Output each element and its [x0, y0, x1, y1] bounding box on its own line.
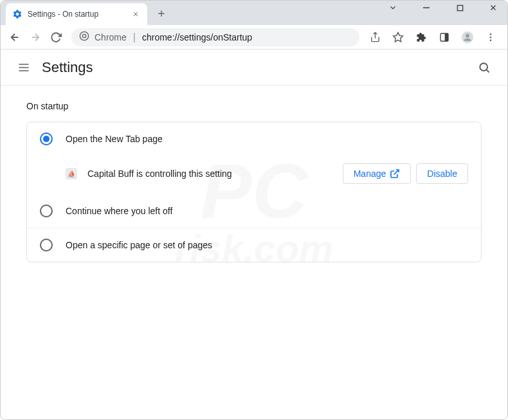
browser-tab[interactable]: Settings - On startup — [6, 3, 147, 25]
minimize-icon[interactable] — [417, 0, 435, 17]
svg-point-18 — [490, 33, 492, 35]
svg-point-11 — [82, 34, 86, 37]
settings-content: On startup Open the New Tab page ⛵ Capit… — [1, 86, 507, 278]
svg-rect-15 — [445, 33, 448, 41]
manage-button[interactable]: Manage — [343, 163, 412, 184]
sidepanel-icon[interactable] — [435, 28, 453, 46]
close-window-icon[interactable] — [484, 0, 502, 17]
profile-icon[interactable] — [458, 28, 476, 46]
maximize-icon[interactable] — [451, 0, 469, 17]
option-specific-pages[interactable]: Open a specific page or set of pages — [27, 228, 481, 262]
hamburger-menu-icon[interactable] — [11, 55, 37, 80]
tab-title: Settings - On startup — [28, 10, 131, 19]
option-continue[interactable]: Continue where you left off — [27, 194, 481, 228]
external-link-icon — [390, 169, 400, 179]
section-title: On startup — [26, 101, 482, 111]
back-button[interactable] — [6, 28, 24, 46]
kebab-menu-icon[interactable] — [482, 28, 500, 46]
close-tab-icon[interactable] — [131, 9, 141, 19]
browser-toolbar: Chrome | chrome://settings/onStartup — [1, 25, 507, 50]
svg-marker-13 — [394, 32, 403, 41]
share-icon[interactable] — [366, 28, 384, 46]
address-bar[interactable]: Chrome | chrome://settings/onStartup — [71, 28, 359, 46]
svg-rect-5 — [457, 5, 462, 10]
url-origin: Chrome — [95, 32, 127, 42]
settings-header: Settings — [1, 50, 507, 86]
svg-point-20 — [490, 39, 492, 41]
options-card: Open the New Tab page ⛵ Capital Buff is … — [26, 122, 482, 262]
url-path: chrome://settings/onStartup — [142, 32, 252, 42]
reload-button[interactable] — [47, 28, 65, 46]
radio-selected[interactable] — [40, 132, 53, 145]
radio-unselected[interactable] — [40, 205, 53, 217]
bookmark-icon[interactable] — [389, 28, 407, 46]
chevron-down-icon[interactable] — [384, 0, 402, 17]
search-icon[interactable] — [471, 55, 497, 80]
chrome-icon — [79, 31, 89, 44]
forward-button[interactable] — [26, 28, 44, 46]
new-tab-button[interactable] — [152, 5, 170, 23]
svg-line-26 — [394, 170, 399, 174]
option-new-tab[interactable]: Open the New Tab page — [27, 122, 481, 156]
page-title: Settings — [42, 59, 93, 76]
window-titlebar: Settings - On startup — [1, 1, 507, 25]
gear-icon — [12, 9, 23, 19]
disable-button[interactable]: Disable — [416, 163, 468, 184]
svg-point-24 — [480, 63, 487, 71]
extension-icon: ⛵ — [66, 168, 77, 179]
notice-text: Capital Buff is controlling this setting — [87, 169, 343, 179]
extension-notice: ⛵ Capital Buff is controlling this setti… — [27, 156, 481, 194]
svg-point-17 — [466, 33, 469, 37]
svg-point-10 — [80, 32, 88, 40]
extensions-icon[interactable] — [412, 28, 430, 46]
option-label: Open the New Tab page — [66, 134, 163, 144]
svg-line-25 — [487, 69, 489, 72]
radio-unselected[interactable] — [40, 239, 53, 251]
option-label: Continue where you left off — [66, 206, 172, 216]
option-label: Open a specific page or set of pages — [66, 240, 212, 250]
svg-point-19 — [490, 36, 492, 38]
window-controls — [384, 1, 507, 25]
